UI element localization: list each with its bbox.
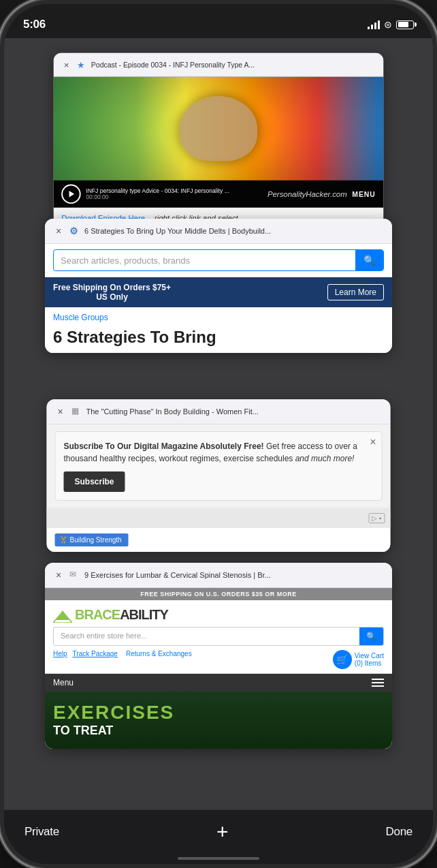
tab-3-title: The "Cutting Phase" In Body Building - W… bbox=[86, 407, 384, 416]
signal-icon bbox=[368, 20, 380, 29]
private-button[interactable]: Private bbox=[25, 825, 59, 839]
brace-search-bar: Search entire store here... 🔍 bbox=[53, 627, 384, 646]
shipping-text: Free Shipping On Orders $75+ US Only bbox=[53, 283, 171, 302]
podcast-controls: INFJ personality type Advice - 0034: INF… bbox=[54, 181, 384, 208]
phone-frame: 5:06 ⊜ × ★ Podcas bbox=[0, 0, 437, 868]
podcast-info: INFJ personality type Advice - 0034: INF… bbox=[86, 187, 262, 200]
podcast-info-title: INFJ personality type Advice - 0034: INF… bbox=[86, 187, 262, 194]
play-button[interactable] bbox=[61, 185, 81, 204]
podcast-menu-button[interactable]: MENU bbox=[352, 190, 376, 198]
brace-nav: Help Track Package Returns & Exchanges 🛒… bbox=[45, 650, 392, 674]
article-title: 6 Strategies To Bring bbox=[45, 328, 392, 353]
shipping-line1: Free Shipping On Orders $75+ bbox=[53, 283, 171, 292]
tab-2-search-bar: Search articles, products, brands 🔍 bbox=[53, 249, 384, 271]
brace-nav-returns[interactable]: Returns & Exchanges bbox=[126, 650, 192, 657]
phone-inner: 5:06 ⊜ × ★ Podcas bbox=[4, 4, 433, 864]
brace-logo: BRACE ABILITY bbox=[45, 600, 392, 627]
tab-3-modal-close-button[interactable]: × bbox=[370, 436, 376, 448]
subscribe-button[interactable]: Subscribe bbox=[64, 471, 125, 492]
logo-brace-text: BRACE bbox=[75, 607, 120, 623]
tab-3-favicon-icon: ▦ bbox=[71, 406, 82, 417]
exercises-banner: EXERCISES TO TREAT bbox=[45, 692, 392, 749]
status-icons: ⊜ bbox=[368, 19, 414, 30]
learn-more-button[interactable]: Learn More bbox=[327, 284, 384, 300]
tab-1-header: × ★ Podcast - Episode 0034 - INFJ Person… bbox=[54, 53, 384, 77]
brace-nav-track[interactable]: Track Package bbox=[73, 650, 118, 669]
brace-logo-icon bbox=[53, 608, 72, 623]
logo-ability-text: ABILITY bbox=[120, 607, 168, 623]
tab-2-search-container: Search articles, products, brands 🔍 bbox=[45, 244, 392, 277]
tab-2-search-button[interactable]: 🔍 bbox=[355, 250, 383, 270]
done-button[interactable]: Done bbox=[386, 825, 412, 839]
view-cart-label[interactable]: View Cart bbox=[355, 652, 384, 660]
brace-cart: 🛒 View Cart (0) Items bbox=[333, 650, 384, 669]
brain-shape bbox=[180, 96, 257, 161]
brain-visual bbox=[54, 77, 384, 181]
notch bbox=[164, 4, 273, 25]
tab-2-search-input[interactable]: Search articles, products, brands bbox=[54, 251, 355, 270]
cart-items-label: (0) Items bbox=[355, 660, 384, 667]
tab-2-card[interactable]: × ⚙ 6 Strategies To Bring Up Your Middle… bbox=[45, 219, 392, 353]
tab-3-ad-strip: ▷ ▪ bbox=[47, 508, 391, 528]
brace-menu-bar: Menu bbox=[45, 674, 392, 692]
muscle-groups-label: Muscle Groups bbox=[45, 307, 392, 328]
exercises-title: EXERCISES bbox=[53, 702, 384, 724]
tab-4-card[interactable]: × ✉ 9 Exercises for Lumbar & Cervical Sp… bbox=[45, 563, 392, 749]
brace-search-button[interactable]: 🔍 bbox=[359, 627, 383, 645]
podcast-domain: PersonalityHacker.com bbox=[268, 189, 347, 198]
tab-2-title: 6 Strategies To Bring Up Your Middle Del… bbox=[84, 227, 385, 235]
tab-1-close-button[interactable]: × bbox=[60, 58, 73, 71]
tab-1-favicon-icon: ★ bbox=[77, 59, 87, 69]
tag-label: Building Strength bbox=[70, 536, 122, 544]
tab-2-close-button[interactable]: × bbox=[52, 224, 65, 238]
free-shipping-strip: FREE SHIPPING ON U.S. ORDERS $35 OR MORE bbox=[45, 588, 392, 600]
brace-nav-help[interactable]: Help bbox=[53, 650, 67, 669]
home-indicator bbox=[178, 857, 259, 860]
tab-1-card[interactable]: × ★ Podcast - Episode 0034 - INFJ Person… bbox=[54, 53, 384, 226]
building-strength-tag: 🏋 Building Strength bbox=[55, 533, 129, 546]
tab-2-header: × ⚙ 6 Strategies To Bring Up Your Middle… bbox=[45, 219, 392, 244]
browser-area: × ★ Podcast - Episode 0034 - INFJ Person… bbox=[4, 38, 433, 809]
tab-3-modal-box: × Subscribe To Our Digital Magazine Abso… bbox=[55, 431, 383, 501]
cart-icon[interactable]: 🛒 bbox=[333, 650, 352, 669]
tab-3-modal-text: Subscribe To Our Digital Magazine Absolu… bbox=[64, 440, 374, 465]
exercises-subtitle: TO TREAT bbox=[53, 724, 384, 738]
ad-badge: ▷ ▪ bbox=[368, 513, 385, 523]
tab-1-title: Podcast - Episode 0034 - INFJ Personalit… bbox=[91, 61, 377, 68]
tab-2-content: Search articles, products, brands 🔍 Free… bbox=[45, 244, 392, 353]
tab-4-close-button[interactable]: × bbox=[52, 568, 65, 582]
tab-3-content: × Subscribe To Our Digital Magazine Abso… bbox=[47, 424, 391, 552]
tab-4-content: FREE SHIPPING ON U.S. ORDERS $35 OR MORE… bbox=[45, 588, 392, 749]
hamburger-icon[interactable] bbox=[372, 679, 384, 687]
tab-3-close-button[interactable]: × bbox=[54, 405, 67, 418]
tag-icon: 🏋 bbox=[59, 536, 67, 544]
podcast-time: 00:00:00 bbox=[86, 194, 262, 201]
bottom-toolbar: Private + Done bbox=[4, 809, 433, 864]
status-time: 5:06 bbox=[23, 18, 46, 31]
tab-4-title: 9 Exercises for Lumbar & Cervical Spinal… bbox=[84, 571, 385, 579]
add-tab-button[interactable]: + bbox=[216, 822, 229, 842]
play-icon bbox=[69, 191, 75, 198]
tab-4-favicon-icon: ✉ bbox=[69, 570, 80, 580]
shipping-banner: Free Shipping On Orders $75+ US Only Lea… bbox=[45, 277, 392, 307]
tab-4-header: × ✉ 9 Exercises for Lumbar & Cervical Sp… bbox=[45, 563, 392, 588]
tab-3-card[interactable]: × ▦ The "Cutting Phase" In Body Building… bbox=[47, 399, 391, 552]
tab-2-favicon-icon: ⚙ bbox=[69, 226, 80, 236]
brace-menu-label[interactable]: Menu bbox=[53, 678, 74, 687]
battery-icon bbox=[396, 20, 414, 29]
tab-3-header: × ▦ The "Cutting Phase" In Body Building… bbox=[47, 399, 391, 424]
shipping-line2: US Only bbox=[53, 292, 171, 302]
brace-search-input[interactable]: Search entire store here... bbox=[54, 627, 359, 645]
podcast-thumbnail bbox=[54, 77, 384, 181]
tab-3-modal-overlay: × Subscribe To Our Digital Magazine Abso… bbox=[47, 424, 391, 508]
wifi-icon: ⊜ bbox=[384, 19, 392, 30]
tab-1-content: INFJ personality type Advice - 0034: INF… bbox=[54, 77, 384, 226]
